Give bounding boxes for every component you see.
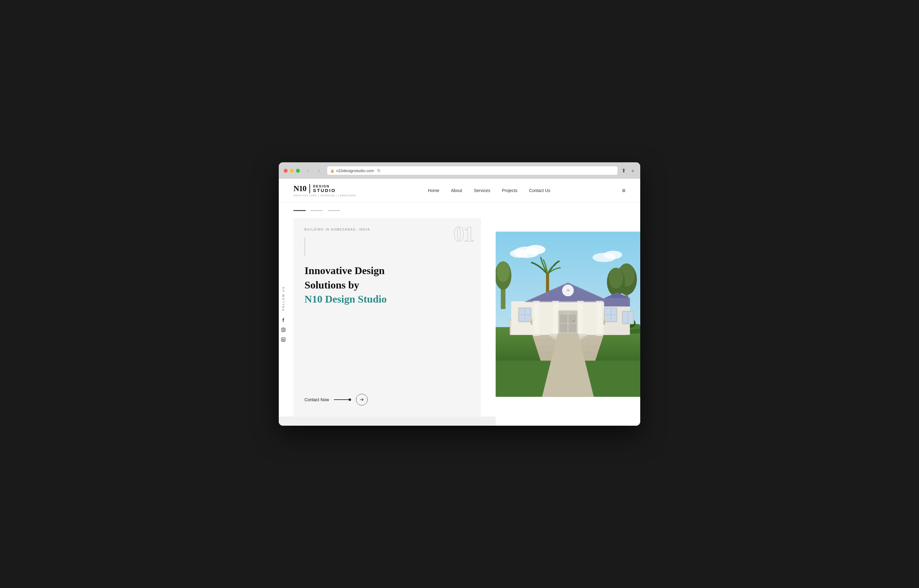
headline-colored: N10 Design Studio [305,293,470,306]
svg-marker-83 [604,298,630,307]
svg-rect-115 [560,324,567,332]
browser-chrome: ‹ › 🔒 n10designstudio.com ↻ ⬆ ＋ [279,162,640,179]
nav-contact[interactable]: Contact Us [529,188,550,193]
headline-line1: Innovative Design [305,264,470,278]
svg-rect-114 [569,315,576,323]
pagination-area [279,203,496,218]
logo-tagline: ARCHITECTURE | INTERIOR | LANDSCAPE [294,194,356,197]
svg-rect-91 [553,301,558,335]
svg-rect-113 [560,315,567,323]
svg-point-12 [497,261,509,282]
close-button[interactable] [284,169,287,173]
browser-nav: ‹ › [304,166,323,175]
svg-rect-108 [622,311,634,324]
website-content: N10 DESIGN STUDIO ARCHITECTURE | INTERIO… [279,179,640,426]
maximize-button[interactable] [296,169,300,173]
headline-line2: Solutions by [305,279,470,292]
svg-point-121 [603,318,606,321]
logo-text: DESIGN STUDIO [313,184,336,193]
svg-point-6 [526,245,546,254]
svg-rect-89 [533,301,540,303]
nav-services[interactable]: Services [474,188,491,193]
card-divider [305,237,305,256]
cta-area: Contact Now [305,381,470,405]
logo-n10: N10 [294,184,306,193]
logo[interactable]: N10 DESIGN STUDIO ARCHITECTURE | INTERIO… [294,184,356,197]
reload-button[interactable]: ↻ [377,168,381,173]
svg-point-7 [510,249,528,258]
bottom-strip [279,417,496,426]
svg-rect-97 [597,301,602,335]
page-dot-1[interactable] [294,210,306,211]
browser-actions: ⬆ ＋ [622,167,635,174]
nav-links: Home About Services Projects Contact Us [428,188,550,193]
svg-point-19 [609,268,623,288]
svg-rect-98 [596,301,603,303]
cta-circle-button[interactable] [356,394,368,405]
forward-button[interactable]: › [315,166,323,175]
nav-home[interactable]: Home [428,188,439,193]
nav-about[interactable]: About [451,188,462,193]
logo-studio: STUDIO [313,188,336,193]
svg-rect-95 [577,301,584,303]
svg-rect-88 [534,301,539,335]
menu-icon[interactable]: ≡ [622,187,625,194]
svg-rect-90 [533,334,540,336]
left-panel: 01 BUILDING IN AHMEDABAD, INDIA Innovati… [279,203,496,426]
url-text: n10designstudio.com [336,168,374,173]
traffic-lights [284,169,300,173]
svg-rect-94 [578,301,583,335]
svg-rect-99 [596,334,603,336]
hero-image-panel [496,203,640,426]
house-illustration [496,203,640,426]
logo-divider [309,184,310,193]
svg-rect-116 [569,324,576,332]
navbar: N10 DESIGN STUDIO ARCHITECTURE | INTERIO… [279,179,640,203]
share-button[interactable]: ⬆ [622,168,626,174]
back-button[interactable]: ‹ [304,166,312,175]
cta-line [334,399,349,400]
new-tab-button[interactable]: ＋ [630,167,635,174]
address-bar[interactable]: 🔒 n10designstudio.com ↻ [327,166,618,175]
lock-icon: 🔒 [330,169,334,173]
page-dot-2[interactable] [311,210,323,211]
svg-point-119 [530,318,533,321]
page-dot-3[interactable] [328,210,340,211]
minimize-button[interactable] [290,169,294,173]
cta-text: Contact Now [305,397,329,402]
svg-rect-92 [552,301,559,303]
main-content: FOLLOW US [279,203,640,426]
card-location: BUILDING IN AHMEDABAD, INDIA [305,228,470,231]
card-number: 01 [453,223,473,245]
browser-window: ‹ › 🔒 n10designstudio.com ↻ ⬆ ＋ N10 DESI… [279,162,640,426]
nav-projects[interactable]: Projects [502,188,517,193]
svg-rect-104 [604,308,617,322]
svg-point-9 [604,251,622,259]
svg-point-117 [573,320,574,321]
content-card: 01 BUILDING IN AHMEDABAD, INDIA Innovati… [294,218,481,417]
logo-design: DESIGN [313,184,336,188]
